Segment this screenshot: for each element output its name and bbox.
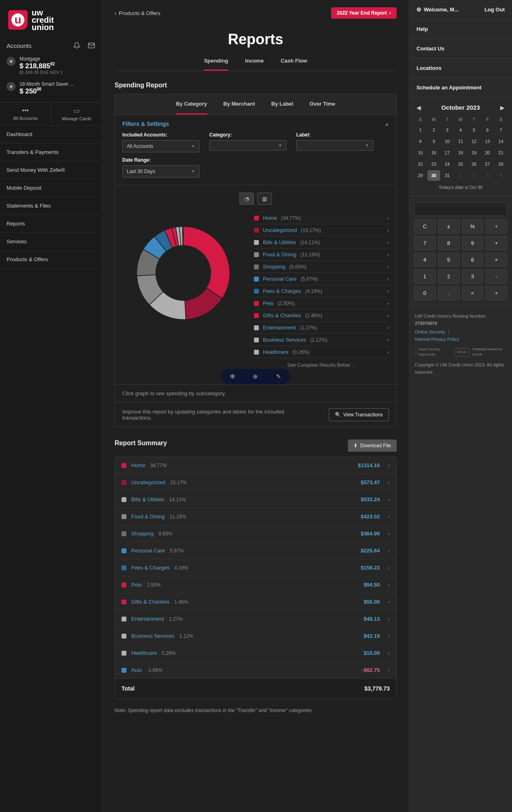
calendar-day[interactable]: 28: [495, 159, 507, 169]
calculator-button[interactable]: 8: [438, 236, 460, 250]
spending-subtab[interactable]: By Label: [271, 94, 293, 115]
summary-row[interactable]: Personal Care 5.97% $225.64 ›: [115, 542, 396, 559]
calendar-day[interactable]: 15: [414, 147, 427, 158]
calculator-button[interactable]: 5: [438, 253, 460, 267]
summary-row[interactable]: Gifts & Charities 1.46% $55.00 ›: [115, 593, 396, 611]
summary-row[interactable]: Uncategorized 15.17% $573.47 ›: [115, 474, 396, 491]
brand-logo[interactable]: u uw credit union: [0, 0, 102, 38]
calendar-day[interactable]: 2: [427, 125, 440, 135]
calculator-button[interactable]: 1: [414, 269, 436, 284]
summary-row[interactable]: Auto -1.66% -$62.75 ›: [115, 662, 396, 679]
sidebar-nav-item[interactable]: Reports: [0, 215, 102, 233]
calculator-button[interactable]: 0: [414, 286, 436, 300]
right-nav-item[interactable]: Locations: [409, 58, 512, 78]
calendar-day[interactable]: 3: [441, 125, 453, 135]
sidebar-nav-item[interactable]: Services: [0, 233, 102, 251]
donut-slice[interactable]: [182, 227, 183, 246]
calculator-button[interactable]: 3: [462, 269, 484, 284]
calculator-button[interactable]: 2: [438, 269, 460, 284]
date-range-select[interactable]: Last 30 Days ▼: [122, 165, 200, 178]
calendar-next-icon[interactable]: ▶: [500, 104, 505, 111]
calculator-button[interactable]: ±: [438, 219, 460, 234]
summary-row[interactable]: Healthcare 0.26% $10.00 ›: [115, 645, 396, 662]
calendar-day[interactable]: 30: [427, 170, 440, 181]
calendar-day[interactable]: 10: [441, 136, 453, 147]
calendar-day[interactable]: 19: [468, 147, 480, 158]
messages-icon[interactable]: [87, 41, 95, 50]
calendar-day[interactable]: 3: [481, 170, 494, 181]
calendar-day[interactable]: 21: [495, 147, 507, 158]
welcome-message[interactable]: ⚙ Welcome, M...: [417, 6, 459, 13]
summary-row[interactable]: Entertainment 1.27% $48.13 ›: [115, 611, 396, 628]
settings-dots-icon[interactable]: ✻: [230, 373, 235, 380]
legend-more[interactable]: See Complete Results Below ...: [254, 358, 389, 368]
calendar-day[interactable]: 25: [454, 159, 467, 169]
notifications-icon[interactable]: [73, 41, 81, 50]
right-nav-item[interactable]: Schedule an Appointment: [409, 78, 512, 97]
calendar-prev-icon[interactable]: ◀: [416, 104, 421, 111]
calculator-button[interactable]: +: [486, 286, 507, 300]
calendar-day[interactable]: 20: [481, 147, 494, 158]
breadcrumb-back[interactable]: ‹ Products & Offers: [115, 10, 161, 16]
summary-row[interactable]: Pets 2.50% $94.50 ›: [115, 576, 396, 593]
online-security-link[interactable]: Online Security: [415, 329, 445, 334]
summary-row[interactable]: Shopping 9.65% $364.90 ›: [115, 525, 396, 542]
summary-row[interactable]: Home 34.77% $1314.16 ›: [115, 457, 396, 474]
calculator-button[interactable]: 7: [414, 236, 436, 250]
calculator-button[interactable]: ÷: [486, 219, 507, 234]
category-select[interactable]: ▼: [209, 140, 286, 151]
filters-title[interactable]: Filters & Settings: [122, 121, 169, 127]
calendar-day[interactable]: 18: [454, 147, 467, 158]
account-item[interactable]: ★ Mortgage $ 218,88592 $1,668.39 DUE NOV…: [0, 53, 102, 78]
calendar-day[interactable]: 5: [468, 125, 480, 135]
calendar-day[interactable]: 31: [441, 170, 453, 181]
calendar-day[interactable]: 7: [495, 125, 507, 135]
calculator-button[interactable]: 9: [462, 236, 484, 250]
calendar-day[interactable]: 1: [454, 170, 467, 181]
legend-item[interactable]: Fees & Charges (4.19%) ›: [254, 285, 389, 297]
calendar-day[interactable]: 2: [468, 170, 480, 181]
calendar-day[interactable]: 27: [481, 159, 494, 169]
calendar-day[interactable]: 6: [481, 125, 494, 135]
year-end-report-button[interactable]: 2022 Year End Report ›: [331, 7, 397, 19]
logout-button[interactable]: Log Out: [484, 6, 505, 13]
pie-chart-toggle[interactable]: ◔: [239, 193, 254, 205]
legend-item[interactable]: Bills & Utilities (14.11%) ›: [254, 236, 389, 249]
report-tab[interactable]: Income: [245, 58, 264, 71]
calendar-day[interactable]: 12: [468, 136, 480, 147]
calculator-button[interactable]: +: [486, 236, 507, 250]
legend-item[interactable]: Business Services (1.12%) ›: [254, 334, 389, 346]
calendar-day[interactable]: 24: [441, 159, 453, 169]
report-tab[interactable]: Cash Flow: [281, 58, 307, 71]
legend-item[interactable]: Home (34.77%) ›: [254, 212, 389, 224]
sidebar-nav-item[interactable]: Send Money With Zelle®: [0, 161, 102, 179]
filters-collapse-icon[interactable]: ▲: [385, 122, 389, 126]
label-select[interactable]: ▼: [296, 140, 373, 151]
bar-chart-toggle[interactable]: ▥: [257, 193, 272, 205]
legend-item[interactable]: Personal Care (5.97%) ›: [254, 273, 389, 285]
calculator-button[interactable]: ×: [486, 253, 507, 267]
privacy-policy-link[interactable]: Internet Privacy Policy: [415, 337, 459, 342]
account-item[interactable]: ★ 18-Month Smart Saver ... $ 25000: [0, 78, 102, 99]
spending-donut-chart[interactable]: [130, 220, 236, 326]
calendar-day[interactable]: 9: [427, 136, 440, 147]
calculator-button[interactable]: .: [438, 286, 460, 300]
calendar-day[interactable]: 4: [495, 170, 507, 181]
included-accounts-select[interactable]: All Accounts ▼: [122, 140, 200, 152]
download-file-button[interactable]: ⬇ Download File: [348, 440, 397, 452]
calendar-day[interactable]: 13: [481, 136, 494, 147]
sidebar-nav-item[interactable]: Dashboard: [0, 125, 102, 143]
calendar-day[interactable]: 4: [454, 125, 467, 135]
account-action[interactable]: ▭Manage Cards: [51, 103, 102, 125]
calculator-button[interactable]: 4: [414, 253, 436, 267]
calculator-button[interactable]: =: [462, 286, 484, 300]
calendar-day[interactable]: 8: [414, 136, 427, 147]
spending-subtab[interactable]: Over Time: [310, 94, 335, 115]
calculator-button[interactable]: C: [414, 219, 436, 234]
summary-row[interactable]: Food & Dining 11.19% $423.02 ›: [115, 508, 396, 525]
calendar-day[interactable]: 11: [454, 136, 467, 147]
legend-item[interactable]: Shopping (9.65%) ›: [254, 261, 389, 273]
spending-subtab[interactable]: By Merchant: [223, 94, 255, 115]
calendar-day[interactable]: 14: [495, 136, 507, 147]
right-nav-item[interactable]: Help: [409, 19, 512, 39]
